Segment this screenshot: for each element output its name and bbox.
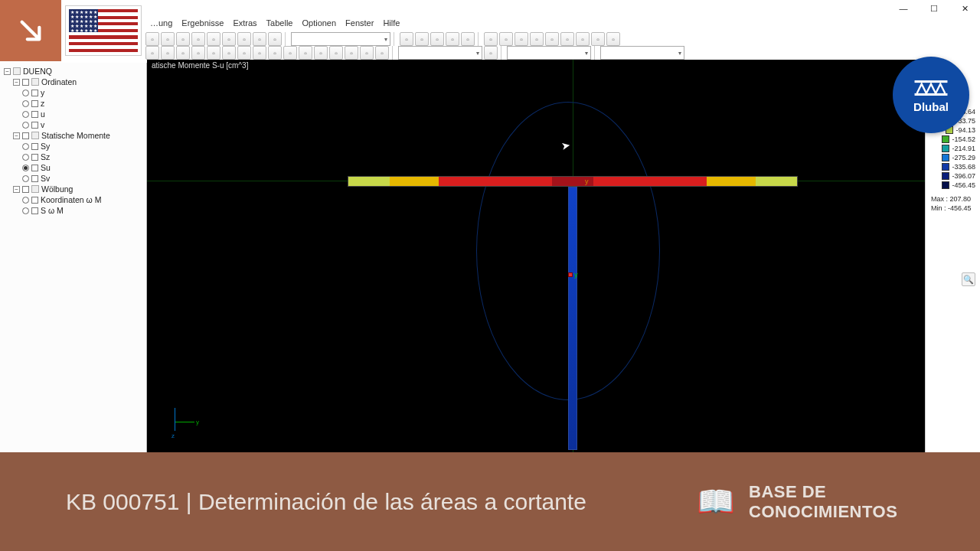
tree-checkbox[interactable]: [31, 154, 38, 161]
toolbar-button-g[interactable]: ▫: [499, 32, 513, 46]
tree-radio[interactable]: [22, 111, 29, 118]
tree-radio[interactable]: [22, 165, 29, 171]
toolbar-button-p[interactable]: ▫: [283, 46, 297, 60]
tree-toggle[interactable]: −: [13, 79, 20, 86]
toolbar-button-i[interactable]: ▫: [253, 46, 266, 60]
toolbar-button-r[interactable]: ▫: [191, 46, 205, 60]
tree-item[interactable]: y: [41, 88, 44, 97]
model-viewport[interactable]: atische Momente S-u [cm^3] y y ➤ y z: [147, 60, 925, 452]
toolbar-button-g[interactable]: ▫: [360, 46, 374, 60]
toolbar-button-h[interactable]: ▫: [375, 46, 389, 60]
tree-checkbox[interactable]: [22, 79, 29, 86]
menu-item[interactable]: Ergebnisse: [181, 18, 224, 32]
toolbar-button-e[interactable]: ▫: [176, 46, 190, 60]
toolbar-button-j[interactable]: ▫: [545, 32, 559, 46]
toolbar-button-d[interactable]: ▫: [446, 32, 459, 46]
toolbar-button-h[interactable]: ▫: [514, 32, 528, 46]
toolbar-button-open[interactable]: ▫: [161, 32, 175, 46]
tree-radio[interactable]: [22, 207, 29, 214]
tree-item[interactable]: Sv: [41, 174, 50, 183]
toolbar-button-n[interactable]: ▫: [606, 32, 620, 46]
toolbar-button-k[interactable]: ▫: [560, 32, 574, 46]
menu-item[interactable]: Optionen: [302, 18, 336, 32]
toolbar-button-print[interactable]: ▫: [191, 32, 205, 46]
toolbar-button-w[interactable]: ▫: [161, 46, 175, 60]
menu-item[interactable]: …ung: [150, 18, 172, 32]
tree-checkbox[interactable]: [31, 165, 38, 171]
toolbar-button-e[interactable]: ▫: [461, 32, 475, 46]
toolbar-button-b[interactable]: ▫: [415, 32, 429, 46]
menu-item[interactable]: Extras: [233, 18, 256, 32]
tree-item[interactable]: Sy: [41, 142, 50, 151]
tree-item[interactable]: S ω M: [41, 206, 64, 215]
flange-segment: [439, 177, 552, 186]
toolbar-button-redo[interactable]: ▫: [222, 32, 236, 46]
toolbar-button-y[interactable]: ▫: [222, 46, 236, 60]
toolbar-button-paste[interactable]: ▫: [268, 32, 282, 46]
zoom-tool-button[interactable]: 🔍: [962, 272, 975, 286]
tree-radio[interactable]: [22, 175, 29, 182]
toolbar-button-undo[interactable]: ▫: [207, 32, 220, 46]
tree-checkbox[interactable]: [31, 207, 38, 214]
window-maximize-button[interactable]: ☐: [919, 0, 949, 17]
toolbar-button-cut[interactable]: ▫: [237, 32, 251, 46]
tree-item[interactable]: Koordinaten ω M: [41, 195, 101, 204]
toolbar-button-i[interactable]: ▫: [530, 32, 544, 46]
tree-item[interactable]: Sz: [41, 152, 50, 161]
toolbar-button-f[interactable]: ▫: [345, 46, 358, 60]
tree-item[interactable]: v: [41, 120, 44, 129]
toolbar-button-u[interactable]: ▫: [237, 46, 251, 60]
menu-item[interactable]: Fenster: [345, 18, 374, 32]
tree-radio[interactable]: [22, 143, 29, 150]
tree-group[interactable]: Statische Momente: [41, 131, 110, 140]
toolbar-button-d[interactable]: ▫: [329, 46, 343, 60]
tree-checkbox[interactable]: [31, 143, 38, 150]
tree-checkbox[interactable]: [22, 132, 29, 139]
tree-group[interactable]: Ordinaten: [41, 77, 77, 86]
toolbar-button-new[interactable]: ▫: [145, 32, 159, 46]
tree-toggle[interactable]: −: [13, 186, 20, 193]
tree-radio[interactable]: [22, 197, 29, 204]
tree-item[interactable]: z: [41, 99, 44, 108]
menu-item[interactable]: Tabelle: [266, 18, 293, 32]
window-minimize-button[interactable]: —: [888, 0, 919, 17]
toolbar-combo-layer[interactable]: [291, 32, 390, 46]
tree-radio[interactable]: [22, 154, 29, 161]
toolbar-button-go[interactable]: ▫: [484, 46, 498, 60]
tree-checkbox[interactable]: [31, 100, 38, 107]
tree-radio[interactable]: [22, 90, 29, 96]
toolbar-combo-c[interactable]: [600, 46, 684, 60]
navigator-tree[interactable]: −DUENQ−Ordinatenyzuv−Statische MomenteSy…: [0, 63, 147, 452]
tree-toggle[interactable]: −: [4, 68, 11, 75]
tree-checkbox[interactable]: [31, 197, 38, 204]
toolbar-button-a[interactable]: ▫: [400, 32, 413, 46]
tree-radio[interactable]: [22, 100, 29, 107]
tree-item[interactable]: u: [41, 109, 45, 119]
toolbar-button-t[interactable]: ▫: [207, 46, 220, 60]
toolbar-button-c[interactable]: ▫: [430, 32, 444, 46]
tree-checkbox[interactable]: [31, 122, 38, 129]
toolbar-button-q[interactable]: ▫: [145, 46, 159, 60]
menu-item[interactable]: Hilfe: [383, 18, 400, 32]
toolbar-button-s[interactable]: ▫: [314, 46, 328, 60]
toolbar-button-m[interactable]: ▫: [591, 32, 605, 46]
tree-root[interactable]: DUENQ: [23, 67, 52, 76]
tree-item[interactable]: Su: [41, 163, 51, 172]
tree-checkbox[interactable]: [31, 175, 38, 182]
tree-radio[interactable]: [22, 122, 29, 129]
toolbar-button-a[interactable]: ▫: [299, 46, 312, 60]
toolbar-button-save[interactable]: ▫: [176, 32, 190, 46]
toolbar-button-f[interactable]: ▫: [484, 32, 498, 46]
toolbar-button-copy[interactable]: ▫: [253, 32, 266, 46]
window-close-button[interactable]: ✕: [949, 0, 980, 17]
tree-checkbox[interactable]: [22, 186, 29, 193]
language-flag[interactable]: ★★★★★★★★★★★★★★★★★★★★★★★★★★★★★★: [65, 5, 142, 56]
toolbar-combo-a[interactable]: [398, 46, 482, 60]
tree-checkbox[interactable]: [31, 90, 38, 96]
tree-group[interactable]: Wölbung: [41, 184, 73, 194]
toolbar-combo-b[interactable]: [507, 46, 591, 60]
toolbar-button-l[interactable]: ▫: [576, 32, 590, 46]
tree-checkbox[interactable]: [31, 111, 38, 118]
toolbar-button-o[interactable]: ▫: [268, 46, 282, 60]
tree-toggle[interactable]: −: [13, 132, 20, 139]
